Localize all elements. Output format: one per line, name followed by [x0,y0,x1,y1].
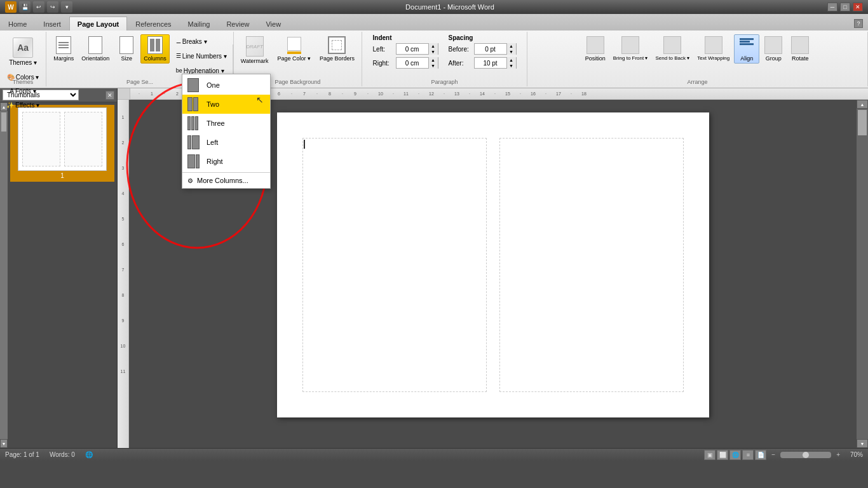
column-right-icon [187,154,201,168]
fonts-button[interactable]: A Fonts ▾ [7,85,38,97]
spacing-before-spinner[interactable]: ▲ ▼ [474,43,517,55]
indent-right-spinner[interactable]: ▲ ▼ [396,57,438,69]
tab-home[interactable]: Home [0,17,35,30]
spacing-after-up[interactable]: ▲ [507,57,516,63]
align-icon [738,36,756,54]
textwrapping-button[interactable]: Text Wrapping [694,34,733,63]
column-left-item[interactable]: Left [182,133,270,152]
doc-column-left[interactable] [302,138,487,392]
ribbon: Home Insert Page Layout References Maili… [0,14,868,88]
margins-icon [56,36,71,54]
breaks-button[interactable]: ⚊ Breaks ▾ [173,34,229,48]
column-three-item[interactable]: Three [182,114,270,133]
cursor [304,140,305,149]
group-button[interactable]: Group [761,34,786,64]
indent-right-input[interactable] [397,58,428,68]
pageborders-icon [328,36,346,54]
page-count: Page: 1 of 1 [5,451,39,458]
minimize-btn[interactable]: ─ [827,3,837,11]
ruler-corner[interactable] [118,88,130,100]
zoom-thumb[interactable] [803,452,809,458]
effects-button[interactable]: ✨ Effects ▾ [4,98,42,111]
thumbnails-close[interactable]: ✕ [105,91,114,100]
linenumbers-button[interactable]: ☰ Line Numbers ▾ [173,49,229,63]
sendtoback-icon [663,36,681,54]
right-scrollbar[interactable]: ▲ ▼ [857,100,868,448]
rotate-button[interactable]: Rotate [787,34,813,64]
textwrapping-icon [705,36,722,54]
page-number: 1 [13,172,112,179]
indent-left-spinner[interactable]: ▲ ▼ [396,43,438,55]
zoom-plus[interactable]: + [836,451,840,458]
doc-page-1[interactable] [277,112,709,417]
ribbon-help[interactable]: ? [854,19,863,28]
align-button[interactable]: Align [734,34,759,64]
zoom-minus[interactable]: − [771,451,775,458]
redo-btn[interactable]: ↪ [47,1,58,13]
tab-mailing[interactable]: Mailing [180,17,219,30]
position-button[interactable]: Position [582,34,609,64]
sendtoback-button[interactable]: Send to Back ▾ [652,34,693,63]
margins-button[interactable]: Margins [50,34,77,64]
web-layout-btn[interactable]: 🌐 [729,450,741,460]
columns-button[interactable]: Columns [140,34,170,64]
save-btn[interactable]: 💾 [19,1,31,13]
word-count: Words: 0 [50,451,75,458]
tab-references[interactable]: References [127,17,179,30]
zoom-slider[interactable] [780,452,831,458]
outline-btn[interactable]: ≡ [742,450,754,460]
pagecolor-button[interactable]: Page Color ▾ [274,34,314,64]
thumb-scroll-down[interactable]: ▼ [0,439,8,448]
ribbon-group-arrange: Position Bring to Front ▾ Send to Back ▾ [527,32,868,86]
tab-view[interactable]: View [257,17,289,30]
language-icon[interactable]: 🌐 [85,451,93,458]
ribbon-content: Aa Themes ▾ 🎨 Colors ▾ A Fonts ▾ ✨ Effec… [0,30,868,88]
undo-btn[interactable]: ↩ [33,1,44,13]
indent-left-up[interactable]: ▲ [429,43,438,49]
spacing-after-spinner[interactable]: ▲ ▼ [474,57,517,69]
scroll-track[interactable] [857,109,868,439]
title-bar: W 💾 ↩ ↪ ▾ Document1 - Microsoft Word ─ □… [0,0,868,14]
rotate-icon [791,36,809,54]
orientation-button[interactable]: Orientation [78,34,112,64]
themes-button[interactable]: Aa Themes ▾ [6,34,40,69]
group-icon [764,36,782,54]
indent-right-down[interactable]: ▼ [429,63,438,69]
scroll-down-btn[interactable]: ▼ [857,439,868,448]
size-button[interactable]: Size [114,34,139,64]
spacing-after-down[interactable]: ▼ [507,63,516,69]
indent-left-down[interactable]: ▼ [429,49,438,55]
qa-dropdown[interactable]: ▾ [61,1,72,13]
tab-review[interactable]: Review [218,17,257,30]
size-icon [119,36,133,54]
column-right-item[interactable]: Right [182,152,270,171]
scroll-thumb[interactable] [858,110,867,135]
columns-icon [147,36,163,54]
spacing-before-down[interactable]: ▼ [507,49,516,55]
close-btn[interactable]: ✕ [853,3,863,11]
column-one-icon [187,78,201,92]
column-three-icon [187,116,201,130]
column-two-item[interactable]: Two ↖ [182,95,270,114]
print-layout-btn[interactable]: ▣ [704,450,715,460]
spacing-before-input[interactable] [475,44,506,54]
tab-pagelayout[interactable]: Page Layout [69,17,127,30]
column-one-item[interactable]: One [182,76,270,95]
spacing-after-input[interactable] [475,58,506,68]
doc-column-right[interactable] [499,138,684,392]
bringtofront-button[interactable]: Bring to Front ▾ [610,34,651,63]
maximize-btn[interactable]: □ [840,3,850,11]
pageborders-button[interactable]: Page Borders [316,34,358,64]
full-screen-btn[interactable]: ⬜ [717,450,728,460]
indent-right-up[interactable]: ▲ [429,57,438,63]
right-label: Right: [373,60,393,67]
scroll-up-btn[interactable]: ▲ [857,100,868,109]
indent-label: Indent [373,34,438,41]
indent-left-input[interactable] [397,44,428,54]
spacing-before-up[interactable]: ▲ [507,43,516,49]
tab-insert[interactable]: Insert [35,17,69,30]
watermark-button[interactable]: DRAFT Watermark [238,34,272,66]
left-label: Left: [373,46,393,53]
more-columns-item[interactable]: ⚙ More Columns... [182,174,270,187]
draft-btn[interactable]: 📄 [755,450,766,460]
